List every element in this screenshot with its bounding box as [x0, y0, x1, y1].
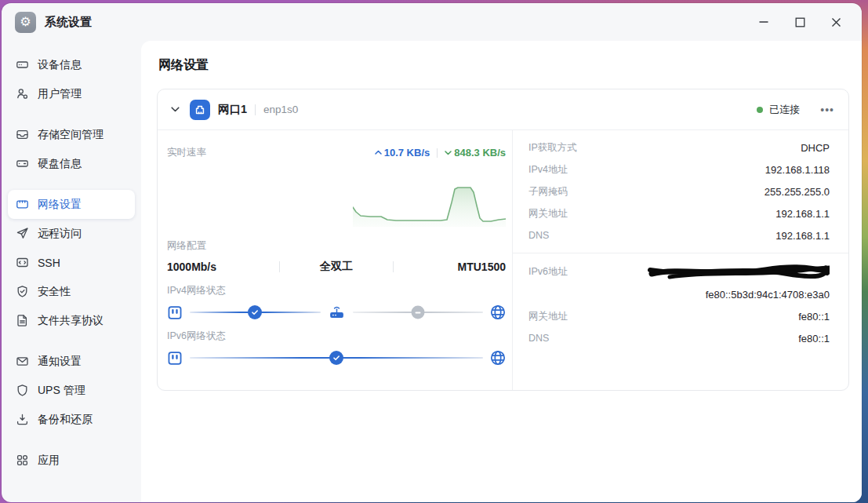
close-icon[interactable]: [827, 13, 844, 31]
network-config-label: 网络配置: [167, 239, 506, 253]
storage-box-icon: [16, 128, 29, 141]
sidebar-item-ups-management[interactable]: UPS 管理: [8, 376, 135, 405]
sidebar-item-label: 备份和还原: [38, 413, 93, 427]
info-label: 网关地址: [528, 310, 568, 323]
sidebar-item-remote-access[interactable]: 远程访问: [8, 219, 135, 248]
minimize-icon[interactable]: [755, 13, 772, 31]
info-label: 子网掩码: [528, 185, 568, 199]
sidebar-item-label: UPS 管理: [38, 384, 85, 398]
sidebar-item-label: 用户管理: [38, 87, 82, 101]
info-row-ip-method: IP获取方式 DHCP: [528, 137, 830, 159]
section-divider: [513, 253, 848, 253]
speed-values: 10.7 KB/s 848.3 KB/s: [375, 147, 506, 159]
users-icon: [16, 87, 29, 100]
sidebar-item-security[interactable]: 安全性: [8, 277, 135, 306]
upload-arrow-icon: [375, 149, 382, 156]
info-value: 192.168.1.1: [775, 208, 830, 220]
ipv4-wan-track: [353, 312, 484, 313]
sidebar-item-apps[interactable]: 应用: [8, 446, 135, 475]
info-row-ipv6-gateway: 网关地址 fe80::1: [528, 305, 830, 327]
more-options-icon[interactable]: •••: [820, 104, 834, 115]
shield-icon: [16, 384, 29, 397]
sidebar-item-notifications[interactable]: 通知设置: [8, 347, 135, 376]
sidebar-item-storage-management[interactable]: 存储空间管理: [8, 120, 135, 149]
download-arrow-icon: [445, 149, 452, 156]
maximize-icon[interactable]: [791, 13, 808, 31]
sidebar-item-label: 通知设置: [38, 355, 82, 369]
globe-icon: [490, 304, 506, 320]
info-label: DNS: [528, 333, 549, 344]
sidebar-item-device-info[interactable]: 设备信息: [8, 50, 135, 79]
link-speed-value: 1000Mb/s: [167, 261, 279, 273]
sidebar-item-label: 网络设置: [38, 198, 82, 212]
duplex-value: 全双工: [280, 260, 392, 274]
card-left-column: 实时速率 10.7 KB/s 848.3 KB/s: [158, 130, 512, 390]
info-value: 192.168.1.118: [765, 164, 830, 176]
sidebar-item-label: 应用: [38, 454, 60, 468]
document-icon: [16, 314, 29, 327]
sidebar-item-file-sharing[interactable]: 文件共享协议: [8, 306, 135, 335]
connection-status: 已连接: [757, 103, 800, 117]
info-row-subnet-mask: 子网掩码 255.255.255.0: [528, 180, 830, 202]
header-divider: [255, 104, 256, 115]
info-label: IPv6地址: [528, 265, 568, 279]
apps-grid-icon: [16, 454, 29, 467]
upload-speed: 10.7 KB/s: [375, 147, 430, 159]
info-value: 192.168.1.1: [775, 230, 830, 242]
mail-icon: [16, 355, 29, 368]
info-label: IP获取方式: [528, 141, 577, 155]
network-interface-card: 网口1 enp1s0 已连接 ••• 实时速率: [157, 89, 849, 391]
sidebar-item-backup-restore[interactable]: 备份和还原: [8, 405, 135, 434]
ipv6-network-state: [167, 344, 506, 371]
card-right-column: IP获取方式 DHCP IPv4地址 192.168.1.118 子网掩码 25…: [512, 130, 848, 390]
page-title: 网络设置: [158, 57, 851, 74]
info-label: 网关地址: [528, 207, 568, 221]
ipv4-state-label: IPv4网络状态: [167, 284, 506, 297]
ethernet-port-icon: [190, 100, 210, 120]
sidebar-item-label: 存储空间管理: [38, 128, 104, 142]
globe-icon: [490, 350, 506, 366]
disk-icon: [16, 157, 29, 170]
app-title: 系统设置: [45, 15, 92, 30]
network-config-values: 1000Mb/s 全双工 MTU1500: [167, 260, 506, 274]
terminal-icon: [16, 256, 29, 269]
ipv4-lan-track: [190, 312, 321, 313]
port-name: 网口1: [218, 102, 247, 117]
sidebar: 设备信息 用户管理 存储空间管理 硬盘信息 网络设置 远程访问: [2, 41, 141, 502]
speed-divider: [437, 148, 438, 158]
info-row-ipv4-address: IPv4地址 192.168.1.118: [528, 159, 830, 180]
backup-icon: [16, 413, 29, 426]
nas-device-icon: [167, 305, 183, 320]
network-port-icon: [16, 198, 29, 211]
app-gear-icon: ⚙: [15, 12, 36, 33]
info-value: 255.255.255.0: [764, 186, 830, 198]
info-row-gateway: 网关地址 192.168.1.1: [528, 202, 830, 224]
ipv6-state-label: IPv6网络状态: [167, 330, 506, 343]
sidebar-item-label: 远程访问: [38, 227, 82, 241]
collapse-chevron-icon[interactable]: [169, 103, 182, 116]
interface-name: enp1s0: [263, 104, 298, 115]
check-circle-icon: [329, 351, 343, 365]
sidebar-item-user-management[interactable]: 用户管理: [8, 79, 135, 108]
speed-sparkline-chart: [167, 159, 506, 227]
status-dot-icon: [757, 107, 763, 113]
router-icon: [328, 304, 346, 321]
info-value: fe80::1: [798, 333, 830, 344]
info-row-dns: DNS 192.168.1.1: [528, 224, 830, 246]
info-label: DNS: [528, 230, 549, 241]
system-settings-window: ⚙ 系统设置 设备信息 用户管理: [2, 3, 862, 502]
sidebar-item-network-settings[interactable]: 网络设置: [8, 190, 135, 219]
mtu-value: MTU1500: [394, 261, 506, 273]
shield-check-icon: [16, 285, 29, 298]
paper-plane-icon: [16, 227, 29, 240]
status-label: 已连接: [769, 103, 800, 117]
nas-device-icon: [167, 351, 183, 366]
sidebar-item-disk-info[interactable]: 硬盘信息: [8, 149, 135, 178]
sidebar-item-ssh[interactable]: SSH: [8, 248, 135, 277]
minus-circle-icon: [411, 306, 424, 319]
card-header: 网口1 enp1s0 已连接 •••: [158, 89, 848, 130]
sidebar-group-gap: [8, 434, 135, 446]
info-value: fe80::1: [798, 311, 830, 323]
window-controls: [755, 13, 849, 31]
realtime-speed-label: 实时速率: [167, 146, 206, 159]
